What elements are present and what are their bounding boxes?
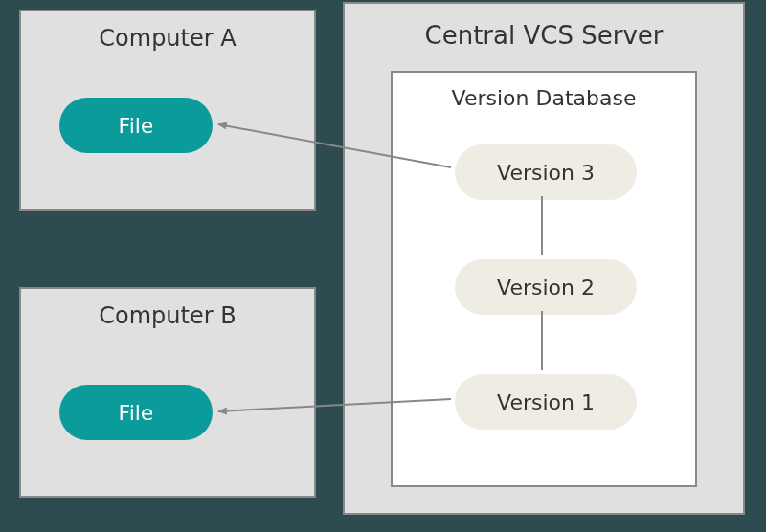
version-2-pill: Version 2 [455,259,637,315]
diagram-canvas: Computer A File Computer B File Central … [0,0,766,532]
version-3-pill: Version 3 [455,144,637,200]
version-2-label: Version 2 [497,276,595,299]
computer-a-file-label: File [119,114,154,138]
computer-a-box: Computer A File [19,10,316,211]
computer-a-title: Computer A [21,11,314,52]
computer-b-box: Computer B File [19,287,316,498]
computer-a-file-pill: File [59,98,213,153]
server-box: Central VCS Server Version Database Vers… [343,2,745,515]
server-title: Central VCS Server [345,4,743,50]
version-1-label: Version 1 [497,390,595,414]
version-database-box: Version Database Version 3 Version 2 Ver… [391,71,697,487]
version-1-pill: Version 1 [455,374,637,430]
computer-b-file-pill: File [59,385,213,440]
computer-b-file-label: File [119,401,154,425]
computer-b-title: Computer B [21,289,314,329]
version-database-title: Version Database [393,73,695,110]
version-3-label: Version 3 [497,161,595,185]
